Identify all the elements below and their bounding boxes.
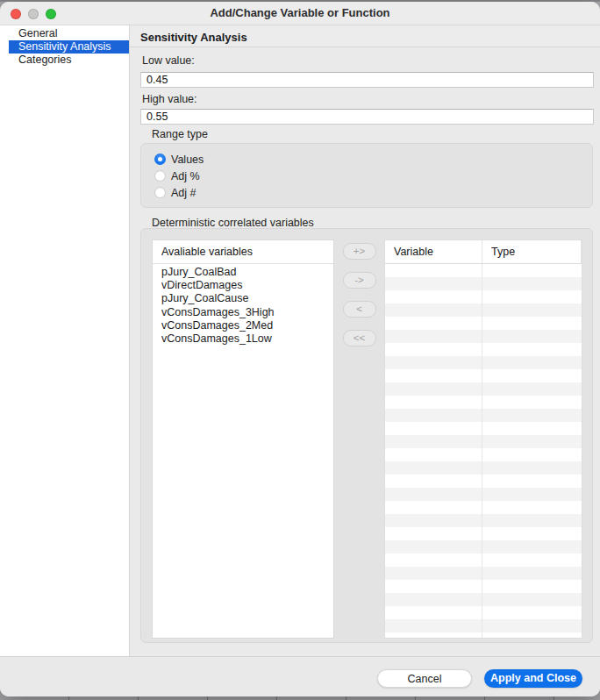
- radio-unselected-icon: [154, 187, 166, 198]
- sidebar-item-general[interactable]: General: [0, 27, 129, 40]
- list-item[interactable]: vConsDamages_1Low: [153, 332, 333, 346]
- radio-values[interactable]: Values: [154, 154, 592, 165]
- list-item[interactable]: pJury_CoalCause: [153, 292, 333, 305]
- close-button[interactable]: [11, 9, 21, 19]
- selected-variables-table-body: [385, 264, 582, 638]
- main-panel: Sensitivity Analysis Low value: High val…: [130, 25, 600, 656]
- correlated-variables-group: Avaliable variables pJury_CoalBad vDirec…: [140, 228, 593, 643]
- selected-variables-table-header: Variable Type: [385, 240, 582, 264]
- radio-adj-percent[interactable]: Adj %: [154, 170, 592, 182]
- dialog-window: Add/Change Variable or Function General …: [0, 2, 600, 696]
- radio-unselected-icon: [154, 170, 166, 182]
- column-header-type: Type: [482, 240, 582, 263]
- cancel-button[interactable]: Cancel: [377, 669, 472, 688]
- transfer-move-button[interactable]: ->: [343, 272, 376, 289]
- low-value-input[interactable]: [140, 72, 594, 88]
- column-header-variable: Variable: [385, 240, 482, 263]
- high-value-label: High value:: [142, 93, 197, 105]
- footer: Cancel Apply and Close: [0, 656, 600, 696]
- window-title: Add/Change Variable or Function: [0, 2, 600, 25]
- transfer-add-button[interactable]: +>: [343, 243, 376, 260]
- transfer-remove-all-button[interactable]: <<: [343, 330, 376, 346]
- radio-adj-number[interactable]: Adj #: [154, 187, 592, 198]
- column-divider: [482, 264, 482, 638]
- low-value-label: Low value:: [142, 54, 195, 67]
- sidebar-item-sensitivity-analysis[interactable]: Sensitivity Analysis: [9, 40, 129, 54]
- available-variables-list: Avaliable variables pJury_CoalBad vDirec…: [152, 239, 334, 639]
- sidebar-item-categories[interactable]: Categories: [0, 54, 129, 67]
- range-type-label: Range type: [152, 128, 208, 140]
- range-type-group: Values Adj % Adj #: [140, 143, 593, 208]
- list-item[interactable]: vConsDamages_3High: [153, 306, 333, 319]
- section-title: Sensitivity Analysis: [130, 25, 600, 47]
- radio-selected-icon: [154, 154, 166, 165]
- minimize-button[interactable]: [28, 9, 39, 19]
- selected-variables-table: Variable Type: [384, 239, 582, 639]
- list-item[interactable]: pJury_CoalBad: [153, 266, 333, 279]
- list-item[interactable]: vDirectDamages: [153, 279, 333, 292]
- list-item[interactable]: vConsDamages_2Med: [153, 319, 333, 332]
- apply-and-close-button[interactable]: Apply and Close: [484, 669, 582, 688]
- transfer-button-column: +> -> < <<: [335, 243, 383, 346]
- transfer-remove-button[interactable]: <: [343, 301, 376, 318]
- available-variables-header: Avaliable variables: [153, 240, 333, 264]
- available-variables-items: pJury_CoalBad vDirectDamages pJury_CoalC…: [153, 264, 333, 346]
- zoom-button[interactable]: [46, 9, 56, 19]
- correlated-variables-label: Deterministic correlated variables: [152, 217, 314, 229]
- high-value-input[interactable]: [140, 109, 594, 125]
- sidebar: General Sensitivity Analysis Categories: [0, 25, 130, 656]
- title-bar: Add/Change Variable or Function: [0, 2, 600, 25]
